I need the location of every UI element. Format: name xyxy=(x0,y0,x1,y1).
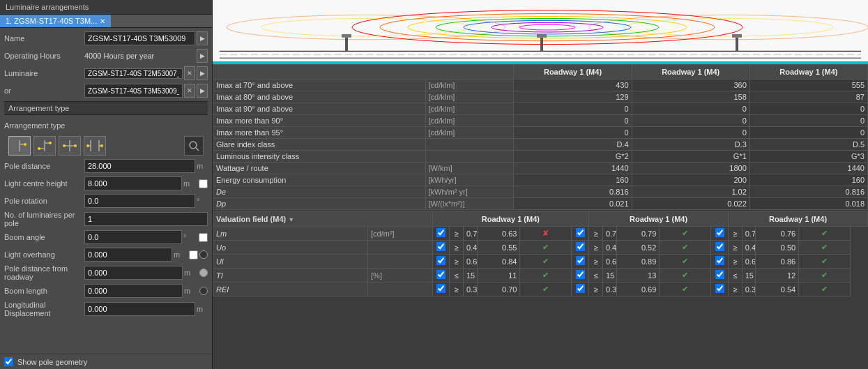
pass-icon: ✔ xyxy=(682,229,688,237)
boom-length-radio[interactable] xyxy=(199,287,208,295)
show-pole-checkbox[interactable] xyxy=(4,357,13,366)
criteria-op: ≤ xyxy=(450,269,464,283)
or-row: or ✕ ▶ xyxy=(4,83,208,98)
table-row: Imax more than 90° [cd/klm] 0 0 0 xyxy=(213,115,868,127)
row-unit: [kWh/m² yr] xyxy=(425,186,514,198)
row-unit: [W/(lx*m²)] xyxy=(425,198,514,210)
or-arrow-btn[interactable]: ▶ xyxy=(197,84,208,98)
boom-angle-row: Boom angle ° xyxy=(4,229,208,245)
name-input[interactable] xyxy=(84,31,195,45)
light-overhang-checkbox[interactable] xyxy=(189,250,198,259)
light-centre-height-row: Light centre height m xyxy=(4,176,208,191)
roadway-header-3: Roadway 1 (M4) xyxy=(729,212,868,227)
criteria-symbol: REI xyxy=(213,283,368,296)
criteria-threshold-c3: 15 xyxy=(742,269,756,283)
svg-rect-36 xyxy=(345,38,348,52)
or-x-btn[interactable]: ✕ xyxy=(184,84,195,98)
panel-title: Luminaire arrangements xyxy=(0,0,212,15)
criteria-result-c1: ✘ xyxy=(520,227,572,241)
arrangement-type-label: Arrangement type xyxy=(4,121,84,130)
svg-rect-37 xyxy=(540,38,543,52)
pole-distance-unit: m xyxy=(197,162,208,170)
pass-icon: ✔ xyxy=(542,285,549,293)
criteria-result-c1: ✔ xyxy=(520,269,572,283)
pass-icon: ✔ xyxy=(682,285,688,293)
operating-hours-arrow-btn[interactable]: ▶ xyxy=(197,49,208,63)
criteria-result-c2: ✔ xyxy=(660,255,711,269)
tab-close-icon[interactable]: ✕ xyxy=(100,17,105,25)
criteria-op: ≥ xyxy=(450,255,464,269)
arrangement-icon-1[interactable] xyxy=(8,136,31,156)
pole-distance-input[interactable] xyxy=(84,159,195,173)
row-val3: D.5 xyxy=(749,139,867,151)
criteria-op: ≥ xyxy=(450,283,464,296)
criteria-value-c2: 0.69 xyxy=(616,283,660,296)
arrangement-icon-3[interactable] xyxy=(59,136,81,156)
svg-rect-38 xyxy=(736,38,738,52)
longitudinal-input[interactable] xyxy=(84,302,195,316)
light-overhang-input[interactable] xyxy=(84,248,172,262)
pole-rotation-row: Pole rotation ° xyxy=(4,193,208,209)
row-val1: G*2 xyxy=(514,151,632,163)
luminaire-input2[interactable] xyxy=(84,84,183,98)
row-unit: [W/km] xyxy=(425,163,514,174)
no-luminaires-input[interactable] xyxy=(84,212,208,226)
valuation-field-label[interactable]: Valuation field (M4) ▼ xyxy=(213,212,433,227)
arrangement-icon-2[interactable] xyxy=(33,136,56,156)
boom-angle-checkbox[interactable] xyxy=(199,233,208,242)
longitudinal-row: Longitudinal Displacement m xyxy=(4,301,208,317)
criteria-check-c3 xyxy=(711,269,729,283)
col2-header: Roadway 1 (M4) xyxy=(632,65,749,80)
arrangement-search-btn[interactable] xyxy=(184,136,204,156)
row-unit: [cd/klm] xyxy=(425,80,514,91)
diagram-area xyxy=(213,0,868,64)
light-centre-height-input[interactable] xyxy=(84,176,182,190)
row-unit: [cd/klm] xyxy=(425,115,514,127)
pole-rotation-label: Pole rotation xyxy=(4,197,84,205)
single-side-icon xyxy=(11,139,28,153)
criteria-value-c3: 0.54 xyxy=(756,283,799,296)
light-overhang-radio[interactable] xyxy=(199,250,208,259)
criteria-value-c1: 11 xyxy=(477,269,520,283)
luminaire-arrow-btn[interactable]: ▶ xyxy=(197,66,208,80)
pole-rotation-input[interactable] xyxy=(84,194,195,208)
boom-angle-input[interactable] xyxy=(84,230,182,244)
luminaire-input1[interactable] xyxy=(84,68,183,79)
criteria-result-c2: ✔ xyxy=(660,283,711,296)
luminaire-tab[interactable]: 1. ZGSM-ST17-40S T3M... ✕ xyxy=(0,15,111,27)
pole-distance-roadway-unit: m xyxy=(184,269,195,277)
arrangement-icon-4[interactable] xyxy=(84,136,106,156)
row-label: Luminous intensity class xyxy=(213,151,426,163)
criteria-unit xyxy=(368,283,433,296)
table-row: Imax more than 95° [cd/klm] 0 0 0 xyxy=(213,127,868,139)
name-arrow-btn[interactable]: ▶ xyxy=(197,31,208,45)
row-label: Wattage / route xyxy=(213,163,426,174)
svg-point-18 xyxy=(100,144,103,147)
pole-distance-roadway-radio[interactable] xyxy=(199,269,208,277)
light-overhang-unit: m xyxy=(174,250,185,259)
row-unit: [cd/klm] xyxy=(425,127,514,139)
row-unit: [cd/klm] xyxy=(425,103,514,115)
show-pole-label: Show pole geometry xyxy=(17,358,87,366)
criteria-threshold-c1: 0.60 xyxy=(463,255,477,269)
boom-length-input[interactable] xyxy=(84,284,183,298)
left-panel: Luminaire arrangements 1. ZGSM-ST17-40S … xyxy=(0,0,213,369)
criteria-threshold-c1: 0.30 xyxy=(463,283,477,296)
luminaire-x-btn[interactable]: ✕ xyxy=(184,66,195,80)
criteria-value-c2: 0.89 xyxy=(616,255,660,269)
criteria-check-c3 xyxy=(711,255,729,269)
criteria-value-c3: 0.76 xyxy=(756,227,799,241)
row-val1: 0.816 xyxy=(514,186,632,198)
criteria-threshold-c3: 0.40 xyxy=(742,241,756,255)
table-row: Imax at 90° and above [cd/klm] 0 0 0 xyxy=(213,103,868,115)
row-val1: 430 xyxy=(514,80,632,91)
light-centre-height-checkbox[interactable] xyxy=(199,179,208,188)
row-val2: G*1 xyxy=(632,151,749,163)
criteria-op-c3: ≤ xyxy=(729,269,743,283)
pole-distance-roadway-input[interactable] xyxy=(84,266,183,280)
no-luminaires-label: No. of luminaires per pole xyxy=(4,211,84,227)
row-label: Dp xyxy=(213,198,426,210)
pole-distance-roadway-label: Pole distance from roadway xyxy=(4,264,84,281)
criteria-check-c1 xyxy=(432,283,450,296)
criteria-threshold-c1: 15 xyxy=(463,269,477,283)
